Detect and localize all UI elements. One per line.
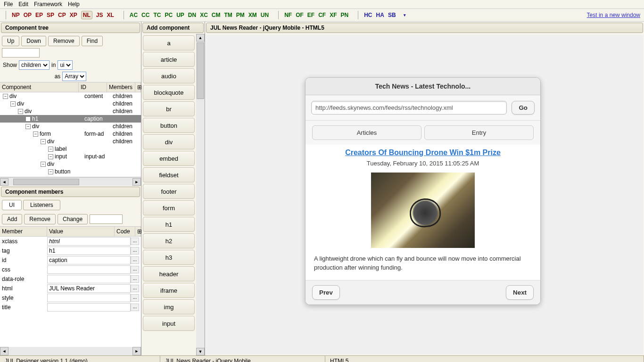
menu-help[interactable]: Help bbox=[68, 1, 80, 8]
member-value-input[interactable] bbox=[47, 247, 131, 255]
member-remove-button[interactable]: Remove bbox=[24, 214, 56, 224]
members-body[interactable]: xclass...tag...id...css...data-role...ht… bbox=[0, 237, 141, 347]
menu-edit[interactable]: Edit bbox=[18, 1, 28, 8]
add-component-list[interactable]: aarticleaudioblockquotebrbuttondivembedf… bbox=[141, 34, 196, 355]
member-code-button[interactable]: ... bbox=[131, 294, 139, 302]
add-item-audio[interactable]: audio bbox=[143, 68, 195, 83]
toolbar-pn[interactable]: PN bbox=[341, 12, 349, 18]
toolbar-un[interactable]: UN bbox=[261, 12, 269, 18]
as-select[interactable]: Array bbox=[62, 72, 86, 81]
member-code-button[interactable]: ... bbox=[131, 275, 139, 283]
expand-icon[interactable]: − bbox=[25, 116, 31, 122]
member-value-input[interactable] bbox=[47, 294, 131, 302]
test-new-window-link[interactable]: Test in a new window bbox=[587, 12, 640, 18]
member-code-button[interactable]: ... bbox=[131, 304, 139, 311]
preview-canvas[interactable]: Tech News - Latest Technolo... Go Articl… bbox=[206, 35, 643, 354]
add-item-fieldset[interactable]: fieldset bbox=[143, 167, 195, 182]
tree-row[interactable]: − button bbox=[0, 168, 141, 175]
member-row[interactable]: tag... bbox=[0, 246, 141, 255]
down-button[interactable]: Down bbox=[21, 36, 46, 46]
expand-icon[interactable]: − bbox=[10, 101, 16, 107]
toolbar-nl[interactable]: NL bbox=[81, 11, 92, 19]
next-button[interactable]: Next bbox=[506, 285, 534, 300]
go-button[interactable]: Go bbox=[512, 101, 535, 115]
add-item-a[interactable]: a bbox=[143, 35, 195, 50]
member-value-input[interactable] bbox=[47, 265, 131, 274]
tree-row[interactable]: − h1caption bbox=[0, 115, 141, 123]
member-code-button[interactable]: ... bbox=[131, 247, 139, 255]
tree-hscroll[interactable]: ◄ ► bbox=[0, 177, 141, 186]
find-input[interactable] bbox=[2, 48, 40, 58]
column-picker-icon[interactable]: ⊞ bbox=[135, 227, 141, 236]
toolbar-ha[interactable]: HA bbox=[376, 12, 384, 18]
tab-entry[interactable]: Entry bbox=[424, 125, 534, 140]
tree-row[interactable]: − formform-adchildren bbox=[0, 130, 141, 138]
tree-row[interactable]: − label bbox=[0, 145, 141, 153]
toolbar-ep[interactable]: EP bbox=[35, 12, 43, 18]
member-change-button[interactable]: Change bbox=[58, 214, 88, 224]
toolbar-xm[interactable]: XM bbox=[248, 12, 257, 18]
toolbar-nf[interactable]: NF bbox=[284, 12, 292, 18]
tree-row[interactable]: − divchildren bbox=[0, 138, 141, 145]
toolbar-sp[interactable]: SP bbox=[47, 12, 54, 18]
member-code-button[interactable]: ... bbox=[131, 266, 139, 273]
member-value-input[interactable] bbox=[47, 256, 131, 264]
expand-icon[interactable]: − bbox=[48, 154, 53, 159]
expand-icon[interactable]: − bbox=[18, 109, 23, 114]
tree-row[interactable]: − divchildren bbox=[0, 107, 141, 115]
tree-body[interactable]: − divcontentchildren− divchildren− divch… bbox=[0, 92, 141, 177]
expand-icon[interactable]: − bbox=[48, 147, 53, 152]
toolbar-ac[interactable]: AC bbox=[130, 12, 138, 18]
toolbar-op[interactable]: OP bbox=[24, 12, 32, 18]
member-row[interactable]: data-role... bbox=[0, 274, 141, 284]
toolbar-pc[interactable]: PC bbox=[165, 12, 173, 18]
toolbar-sb[interactable]: SB bbox=[388, 12, 396, 18]
member-value-input[interactable] bbox=[47, 303, 131, 312]
toolbar-tc[interactable]: TC bbox=[153, 12, 161, 18]
toolbar-xp[interactable]: XP bbox=[70, 12, 77, 18]
add-item-blockquote[interactable]: blockquote bbox=[143, 85, 195, 100]
add-item-iframe[interactable]: iframe bbox=[143, 283, 195, 298]
scroll-right-icon[interactable]: ► bbox=[132, 178, 141, 186]
toolbar-hc[interactable]: HC bbox=[364, 12, 372, 18]
scroll-up-icon[interactable]: ▲ bbox=[196, 34, 205, 41]
tree-row[interactable]: − divchildren bbox=[0, 123, 141, 130]
member-row[interactable]: id... bbox=[0, 255, 141, 265]
tree-row[interactable]: − divcontentchildren bbox=[0, 92, 141, 100]
toolbar-xc[interactable]: XC bbox=[200, 12, 208, 18]
feed-url-input[interactable] bbox=[311, 101, 507, 115]
member-value-input[interactable] bbox=[47, 237, 131, 246]
in-select[interactable]: ui bbox=[58, 60, 73, 70]
tree-row[interactable]: − inputinput-ad bbox=[0, 153, 141, 160]
scroll-left-icon[interactable]: ◄ bbox=[0, 178, 8, 186]
toolbar-np[interactable]: NP bbox=[12, 12, 20, 18]
member-row[interactable]: html... bbox=[0, 284, 141, 293]
column-picker-icon[interactable]: ⊞ bbox=[135, 82, 141, 92]
expand-icon[interactable]: − bbox=[33, 132, 38, 137]
add-item-h2[interactable]: h2 bbox=[143, 233, 195, 248]
add-item-embed[interactable]: embed bbox=[143, 151, 195, 166]
toolbar-js[interactable]: JS bbox=[96, 12, 103, 18]
toolbar-cm[interactable]: CM bbox=[212, 12, 221, 18]
toolbar-tm[interactable]: TM bbox=[224, 12, 232, 18]
menu-file[interactable]: File bbox=[4, 1, 13, 8]
member-add-button[interactable]: Add bbox=[2, 214, 22, 224]
article-headline-link[interactable]: Creators Of Bouncing Drone Win $1m Prize bbox=[314, 148, 532, 157]
add-item-article[interactable]: article bbox=[143, 52, 195, 67]
add-item-header[interactable]: header bbox=[143, 266, 195, 281]
scroll-left-icon[interactable]: ◄ bbox=[0, 347, 8, 355]
tab-articles[interactable]: Articles bbox=[312, 125, 421, 140]
expand-icon[interactable]: − bbox=[41, 162, 46, 167]
toolbar-ef[interactable]: EF bbox=[307, 12, 314, 18]
add-item-h1[interactable]: h1 bbox=[143, 217, 195, 232]
member-row[interactable]: css... bbox=[0, 265, 141, 274]
prev-button[interactable]: Prev bbox=[312, 285, 340, 300]
find-button[interactable]: Find bbox=[82, 36, 103, 46]
scroll-down-icon[interactable]: ▼ bbox=[196, 348, 205, 355]
member-row[interactable]: xclass... bbox=[0, 237, 141, 246]
add-item-form[interactable]: form bbox=[143, 200, 195, 215]
expand-icon[interactable]: − bbox=[25, 124, 31, 129]
expand-icon[interactable]: − bbox=[48, 169, 53, 174]
add-item-div[interactable]: div bbox=[143, 134, 195, 149]
remove-button[interactable]: Remove bbox=[48, 36, 80, 46]
